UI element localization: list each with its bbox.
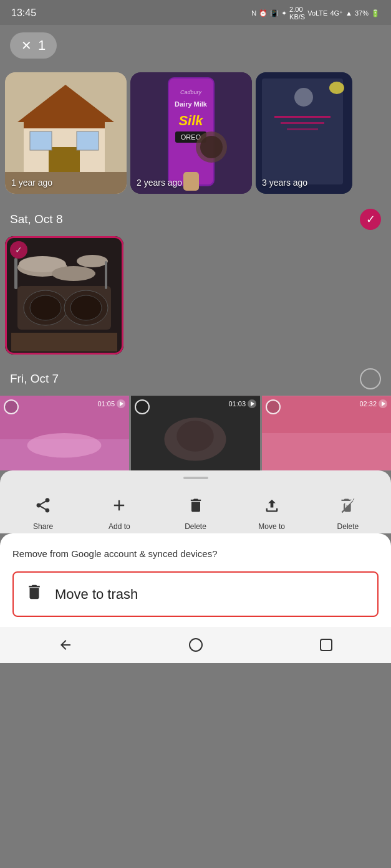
action-moveto[interactable]: Move to [234,492,310,531]
add-icon-wrap [105,492,133,519]
top-bar: ✕ 1 [0,25,391,66]
bluetooth-icon: ✦ [281,9,287,17]
video-select-3[interactable] [266,399,281,414]
section-date-sat: Sat, Oct 8 [10,212,62,226]
confirm-sheet: Remove from Google account & synced devi… [0,533,391,627]
panel-handle [183,477,208,479]
section-date-fri: Fri, Oct 7 [10,372,59,386]
video-cell-3[interactable]: 02:32 [262,396,391,470]
clothes-photo [256,72,352,194]
alarm-icon: ⏰ [259,9,268,17]
confirm-question: Remove from Google account & synced devi… [12,548,379,559]
home-icon [188,637,203,652]
nav-recents-button[interactable] [317,636,335,654]
share-icon [34,497,52,514]
vibrate-icon: 📳 [270,9,279,17]
action-delete[interactable]: Delete [157,492,233,531]
status-time: 13:45 [11,7,36,19]
video-cell-1[interactable]: 01:05 [0,396,129,470]
action-add[interactable]: Add to [81,492,157,531]
memory-thumb-1[interactable]: 1 year ago [5,72,127,194]
play-icon-1 [117,399,125,408]
play-icon-2 [248,399,256,408]
svg-point-44 [176,421,213,452]
deletefrom-label: Delete [337,522,359,531]
action-share[interactable]: Share [5,492,81,531]
video-duration-2: 01:03 [228,399,256,408]
recents-icon [319,637,334,652]
svg-text:Silk: Silk [178,113,204,128]
move-to-trash-button[interactable]: Move to trash [12,571,379,617]
memories-strip: 1 year ago Cadbury Dairy Milk Silk OREO … [0,66,391,200]
svg-text:Cadbury: Cadbury [180,89,202,95]
section-select-sat[interactable]: ✓ [360,209,381,230]
wifi-icon: ▲ [345,9,352,17]
house-photo [5,72,127,194]
video-duration-1: 01:05 [97,399,125,408]
nav-back-button[interactable] [56,636,75,654]
svg-rect-2 [24,122,105,128]
share-icon-wrap [29,492,57,519]
nav-home-button[interactable] [186,636,205,654]
chocolate-photo: Cadbury Dairy Milk Silk OREO [130,72,252,194]
play-icon-3 [379,399,387,408]
memory-thumb-3[interactable]: 3 years ago [256,72,352,194]
video-cell-2[interactable]: 01:03 [131,396,260,470]
moveto-icon [263,497,281,514]
action-panel: Share Add to Delete [0,470,391,533]
video-select-2[interactable] [135,399,150,414]
close-badge[interactable]: ✕ 1 [10,32,57,59]
svg-point-47 [190,639,202,651]
svg-rect-48 [321,639,332,651]
add-label: Add to [109,522,130,531]
video-duration-3: 02:32 [359,399,387,408]
memory-label-1: 1 year ago [11,178,52,188]
svg-point-17 [200,136,223,158]
memory-thumb-2[interactable]: Cadbury Dairy Milk Silk OREO 2 years ago [130,72,252,194]
move-to-trash-label: Move to trash [55,586,138,603]
svg-rect-5 [30,131,52,150]
back-icon [58,637,73,652]
svg-rect-22 [274,116,331,118]
share-label: Share [33,522,53,531]
battery-icon: 🔋 [371,9,380,17]
check-icon-sat: ✓ [366,212,375,226]
svg-rect-46 [262,433,391,470]
svg-point-41 [27,433,102,458]
selected-count: 1 [38,37,46,54]
delete-icon [187,497,205,514]
action-deletefrom[interactable]: Delete [310,492,386,531]
section-header-fri: Fri, Oct 7 [0,360,391,396]
section-select-fri[interactable] [360,368,381,389]
signal-icon: 4G⁺ [330,9,343,17]
memory-label-3: 3 years ago [262,178,307,188]
add-icon [110,497,128,514]
deletefrom-icon [339,497,357,514]
data-speed: 2.00KB/S [289,6,305,21]
svg-rect-23 [281,122,324,124]
memory-label-2: 2 years ago [137,178,182,188]
svg-point-25 [329,82,344,94]
section-header-sat: Sat, Oct 8 ✓ [0,200,391,236]
moveto-icon-wrap [258,492,286,519]
svg-point-21 [294,88,313,107]
photo-grid-sat: ✓ [0,236,391,360]
video-select-1[interactable] [4,399,19,414]
delete-label: Delete [185,522,206,531]
status-icons: N ⏰ 📳 ✦ 2.00KB/S VoLTE 4G⁺ ▲ 37% 🔋 [251,6,380,21]
volte-icon: VoLTE [307,9,327,17]
battery: 37% [355,9,369,17]
selected-overlay-cooking [5,236,123,355]
photo-cell-cooking[interactable]: ✓ [5,236,123,355]
svg-rect-6 [77,131,99,150]
status-bar: 13:45 N ⏰ 📳 ✦ 2.00KB/S VoLTE 4G⁺ ▲ 37% 🔋 [0,0,391,25]
action-row: Share Add to Delete [0,485,391,533]
nav-bar [0,627,391,663]
moveto-label: Move to [258,522,285,531]
video-strip: 01:05 01:03 02:32 [0,396,391,470]
svg-rect-18 [183,172,199,191]
svg-rect-24 [287,128,318,130]
delete-icon-wrap [182,492,210,519]
close-icon[interactable]: ✕ [21,38,32,53]
deletefrom-icon-wrap [334,492,362,519]
